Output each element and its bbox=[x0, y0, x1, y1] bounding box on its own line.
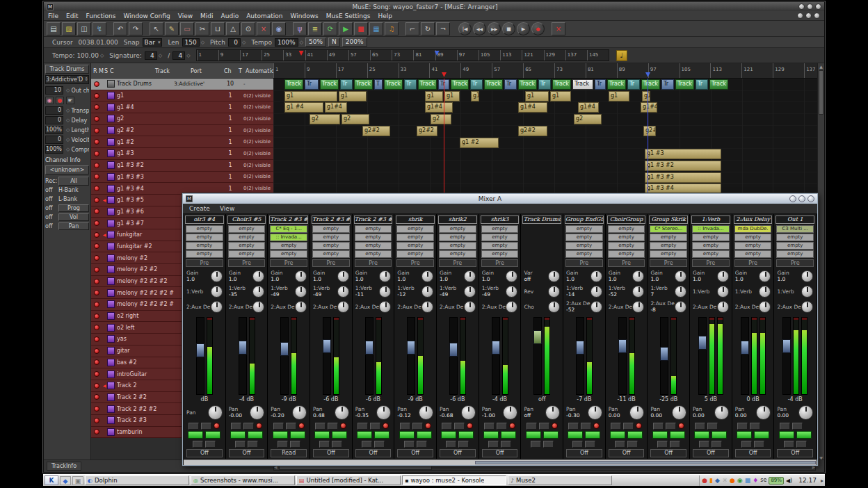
punch-in-icon[interactable]: ⌐ bbox=[405, 22, 419, 35]
clip-indicator[interactable] bbox=[629, 318, 634, 320]
tray-icon-5[interactable]: ● bbox=[730, 475, 735, 485]
solo-button[interactable] bbox=[627, 431, 643, 439]
volume-fader[interactable] bbox=[449, 317, 458, 395]
clip-indicator[interactable] bbox=[250, 318, 255, 320]
arranger-part[interactable]: g2 bbox=[341, 114, 369, 124]
effect-slot[interactable]: empty bbox=[650, 242, 687, 250]
effect-slot[interactable]: empty bbox=[186, 225, 223, 233]
arranger-part[interactable]: Tr bbox=[305, 79, 319, 90]
automation-mode-select[interactable]: Off bbox=[777, 449, 813, 457]
gain-knob[interactable] bbox=[759, 270, 771, 282]
rewind-start-button[interactable]: |◀ bbox=[458, 22, 472, 35]
arranger-part[interactable]: g1 bbox=[444, 91, 460, 101]
aux1-knob[interactable] bbox=[801, 286, 813, 298]
volume-fader[interactable] bbox=[323, 317, 331, 395]
input-routing-icon[interactable]: ◉ bbox=[45, 97, 54, 104]
maximize-button[interactable] bbox=[807, 3, 813, 10]
volume-fader[interactable] bbox=[576, 317, 584, 395]
gain-knob[interactable] bbox=[590, 270, 602, 282]
routing-button[interactable] bbox=[611, 423, 621, 430]
track-row[interactable]: g1 #3 #3 1 0(2) visible bbox=[91, 172, 273, 184]
solo-button[interactable] bbox=[374, 431, 389, 439]
record-button[interactable] bbox=[636, 423, 642, 429]
mute-button[interactable] bbox=[694, 431, 709, 439]
arranger-part[interactable]: g1 #4 bbox=[284, 102, 323, 113]
effect-slot[interactable]: empty bbox=[186, 250, 223, 258]
track-row[interactable]: g1 #3 1 0(2) visible bbox=[91, 148, 273, 160]
gain-knob[interactable] bbox=[632, 270, 644, 282]
aux2-knob[interactable] bbox=[590, 301, 602, 313]
record-arm-dot[interactable] bbox=[94, 279, 99, 284]
tray-icon-3[interactable]: ◆ bbox=[715, 475, 720, 485]
volume-icon[interactable] bbox=[786, 475, 792, 486]
bank-label[interactable]: Pan bbox=[58, 222, 89, 230]
output-routing-icon[interactable]: ☛ bbox=[66, 97, 74, 104]
stereo-toggle-button[interactable] bbox=[404, 441, 415, 448]
arranger-part[interactable]: g2#2 bbox=[518, 126, 547, 136]
record-arm-dot[interactable] bbox=[94, 255, 99, 261]
stereo-toggle-button[interactable] bbox=[446, 441, 456, 448]
volume-fader[interactable] bbox=[365, 317, 373, 395]
stop-button[interactable]: ■ bbox=[502, 22, 515, 35]
loop-icon[interactable]: ↻ bbox=[421, 22, 435, 35]
arranger-part[interactable]: Track bbox=[320, 79, 339, 90]
effect-slot[interactable]: empty bbox=[608, 234, 645, 241]
launcher-icon-1[interactable]: ◆ bbox=[60, 476, 71, 485]
stereo-toggle-button[interactable] bbox=[657, 441, 668, 448]
menu-item[interactable]: File bbox=[48, 13, 58, 19]
solo-button[interactable] bbox=[670, 431, 685, 439]
volume-fader[interactable] bbox=[660, 317, 668, 395]
clip-indicator[interactable] bbox=[545, 318, 549, 320]
volume-fader[interactable] bbox=[698, 317, 707, 395]
aux1-knob[interactable] bbox=[632, 286, 644, 298]
mute-button[interactable] bbox=[610, 431, 625, 439]
prefader-button[interactable] bbox=[754, 441, 764, 448]
arranger-part[interactable]: Track bbox=[607, 79, 626, 90]
prefader-button[interactable] bbox=[501, 441, 511, 448]
pan-knob[interactable] bbox=[672, 405, 686, 420]
routing-button[interactable] bbox=[695, 423, 705, 430]
strip-name[interactable]: shrik3 bbox=[481, 215, 520, 224]
mute-button[interactable] bbox=[483, 431, 499, 439]
mixer-maximize-button[interactable] bbox=[798, 195, 805, 202]
pre-button[interactable]: Pre bbox=[565, 259, 603, 267]
arranger-part[interactable]: g1#4 bbox=[578, 102, 599, 113]
clip-indicator[interactable] bbox=[752, 318, 757, 320]
bank-value[interactable]: off bbox=[45, 205, 56, 211]
effect-slot[interactable]: empty bbox=[565, 234, 603, 241]
pre-button[interactable]: Pre bbox=[355, 259, 392, 267]
config-button[interactable] bbox=[623, 423, 634, 430]
gain-knob[interactable] bbox=[252, 270, 264, 282]
routing-button[interactable] bbox=[780, 423, 790, 430]
arranger-part[interactable]: Tr bbox=[696, 79, 708, 90]
stereo-toggle-button[interactable] bbox=[278, 441, 288, 448]
record-arm-dot[interactable] bbox=[94, 128, 99, 133]
effect-slot[interactable]: empty bbox=[396, 234, 434, 241]
effect-slot[interactable]: empty bbox=[439, 234, 476, 241]
mixer-window-icon[interactable]: ▦ bbox=[369, 22, 383, 35]
effect-slot[interactable]: empty bbox=[439, 242, 476, 250]
pan-knob[interactable] bbox=[419, 405, 433, 420]
automation-mode-select[interactable]: Off bbox=[440, 449, 476, 457]
arranger-part[interactable]: g1 bbox=[471, 91, 479, 101]
task-button[interactable]: ◎ Screenshots - www.musi... bbox=[191, 475, 295, 485]
gain-knob[interactable] bbox=[675, 270, 686, 282]
signature-denominator[interactable]: 4 bbox=[172, 51, 185, 60]
pan-knob[interactable] bbox=[376, 405, 391, 420]
tempo-display[interactable]: Tempo: 100.00 bbox=[52, 52, 99, 59]
arranger-part[interactable]: Tr bbox=[504, 79, 517, 90]
fader-handle[interactable] bbox=[365, 341, 373, 355]
bank-label[interactable]: L-Bank bbox=[58, 196, 89, 202]
record-arm-dot[interactable] bbox=[94, 186, 99, 191]
effect-slot[interactable]: empty bbox=[228, 250, 266, 258]
effect-slot[interactable]: empty bbox=[186, 234, 223, 241]
routing-button[interactable] bbox=[231, 423, 241, 430]
routing-button[interactable] bbox=[400, 423, 410, 430]
keyboard-layout-indicator[interactable]: se bbox=[760, 475, 766, 485]
arranger-part[interactable]: Track bbox=[284, 79, 303, 90]
effect-slot[interactable]: empty bbox=[270, 242, 307, 250]
menu-item[interactable]: Automation bbox=[246, 13, 282, 19]
record-arm-dot[interactable] bbox=[94, 394, 99, 400]
record-flag-icon[interactable]: ■ bbox=[354, 22, 368, 35]
effect-slot[interactable]: :: Invada... bbox=[692, 225, 730, 233]
